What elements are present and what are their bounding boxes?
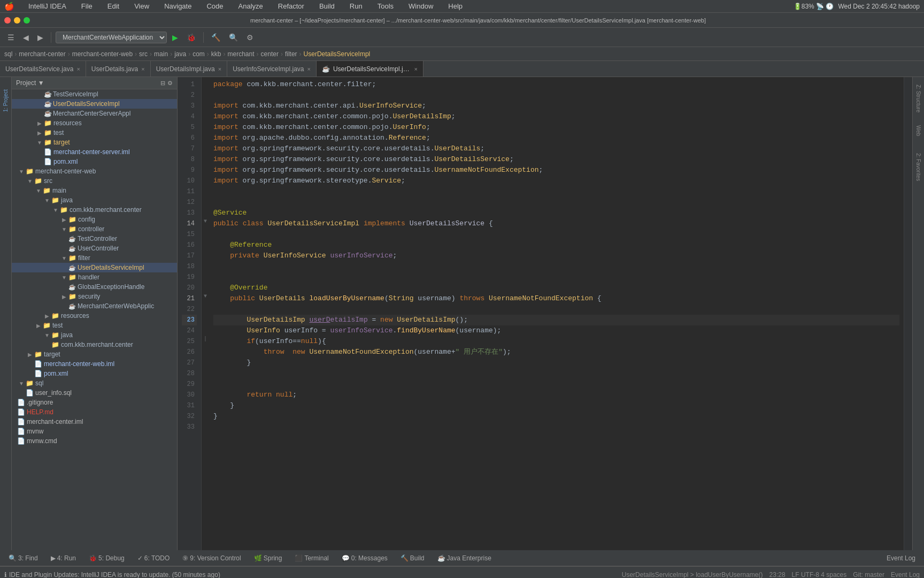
search-everywhere[interactable]: 🔍: [226, 32, 241, 43]
tab-userdetailsservice[interactable]: UserDetailsService.java ×: [0, 61, 86, 77]
status-notification[interactable]: ℹ IDE and Plugin Updates: IntelliJ IDEA …: [4, 571, 220, 579]
tree-item-sql[interactable]: ▼ 📁 sql: [12, 378, 177, 388]
tree-item-globalexception[interactable]: ☕ GlobalExceptionHandle: [12, 282, 177, 292]
tree-item-com-kkb[interactable]: ▼ 📁 com.kkb.merchant.center: [12, 205, 177, 215]
tree-item-testserviceimpl[interactable]: ☕ TestServiceImpl: [12, 89, 177, 99]
tree-item-test-1[interactable]: ▶ 📁 test: [12, 128, 177, 138]
tab-close-userdetailsservice[interactable]: ×: [76, 66, 80, 72]
apple-menu[interactable]: 🍎: [4, 2, 14, 11]
tree-item-resources-web[interactable]: ▶ 📁 resources: [12, 311, 177, 321]
runbar-find[interactable]: 🔍 3: Find: [4, 553, 42, 563]
panel-icon-project[interactable]: 1: Project: [0, 79, 12, 122]
tab-close-userdetails[interactable]: ×: [141, 66, 144, 72]
tree-item-src[interactable]: ▼ 📁 src: [12, 176, 177, 186]
tree-item-center-iml[interactable]: 📄 merchant-center.iml: [12, 417, 177, 427]
breadcrumb-java[interactable]: java: [174, 50, 186, 58]
tree-item-mvnwcmd[interactable]: 📄 mvnw.cmd: [12, 436, 177, 446]
tree-settings-btn[interactable]: ⚙: [167, 80, 173, 87]
menu-tools[interactable]: Tools: [374, 1, 397, 11]
tree-item-userdetailsserviceimpl[interactable]: ☕ UserDetailsServiceImpl: [12, 263, 177, 272]
runbar-terminal[interactable]: ⬛ Terminal: [290, 553, 333, 563]
build-button[interactable]: 🔨: [208, 32, 224, 43]
event-log-tab[interactable]: Event Log: [882, 553, 920, 563]
tree-item-resources-1[interactable]: ▶ 📁 resources: [12, 118, 177, 128]
tab-userdetailsserviceimpl[interactable]: ☕ UserDetailsServiceImpl.java ×: [317, 61, 424, 77]
fold-marker-21[interactable]: ▼: [202, 291, 209, 302]
breadcrumb-com[interactable]: com: [192, 50, 205, 58]
breadcrumb-sql[interactable]: sql: [4, 50, 12, 58]
git-branch[interactable]: Git: master: [853, 571, 884, 579]
runbar-build[interactable]: 🔨 Build: [396, 553, 429, 563]
breadcrumb-impl[interactable]: UserDetailsServiceImpl: [304, 50, 371, 58]
breadcrumb-merchant[interactable]: merchant: [228, 50, 255, 58]
tree-item-usercontroller[interactable]: ☕ UserController: [12, 244, 177, 253]
tree-item-java-test[interactable]: ▼ 📁 java: [12, 330, 177, 340]
tree-item-com-kkb-test[interactable]: 📁 com.kkb.merchant.center: [12, 340, 177, 349]
menu-intellij[interactable]: IntelliJ IDEA: [25, 1, 70, 11]
tab-close-active[interactable]: ×: [414, 66, 418, 72]
tree-collapse-btn[interactable]: ⊟: [160, 80, 165, 87]
tab-close-userdetailsimpl[interactable]: ×: [218, 66, 221, 72]
breadcrumb-merchant-center[interactable]: merchant-center: [19, 50, 65, 58]
breadcrumb-status[interactable]: UserDetailsServiceImpl > loadUserByUsern…: [622, 571, 763, 579]
tab-userdetailsimpl[interactable]: UserDetailsImpl.java ×: [151, 61, 227, 77]
tree-item-merchantcenterwebapplic[interactable]: ☕ MerchantCenterWebApplic: [12, 301, 177, 311]
tree-item-merchant-center-web[interactable]: ▼ 📁 merchant-center-web: [12, 166, 177, 176]
breadcrumb-center[interactable]: center: [261, 50, 279, 58]
menu-navigate[interactable]: Navigate: [161, 1, 195, 11]
tree-item-mvnw[interactable]: 📄 mvnw: [12, 427, 177, 436]
menu-code[interactable]: Code: [203, 1, 226, 11]
menu-build[interactable]: Build: [316, 1, 338, 11]
menu-window[interactable]: Window: [405, 1, 436, 11]
code-content[interactable]: package com.kkb.merchant.center.filter; …: [209, 77, 904, 550]
tree-item-controller[interactable]: ▼ 📁 controller: [12, 224, 177, 234]
runbar-run[interactable]: ▶ 4: Run: [47, 553, 80, 563]
run-config-dropdown[interactable]: MerchantCenterWebApplication: [56, 32, 167, 43]
runbar-debug[interactable]: 🐞 5: Debug: [84, 553, 129, 563]
tree-item-gitignore[interactable]: 📄 .gitignore: [12, 398, 177, 407]
menu-view[interactable]: View: [131, 1, 152, 11]
menu-file[interactable]: File: [78, 1, 96, 11]
tree-item-handler[interactable]: ▼ 📁 handler: [12, 272, 177, 282]
settings-button[interactable]: ⚙: [243, 32, 257, 43]
event-log-status[interactable]: Event Log: [891, 571, 920, 579]
breadcrumb-web[interactable]: merchant-center-web: [72, 50, 133, 58]
tree-item-java[interactable]: ▼ 📁 java: [12, 195, 177, 205]
tree-item-main[interactable]: ▼ 📁 main: [12, 186, 177, 195]
tree-item-target-1[interactable]: ▼ 📁 target: [12, 138, 177, 147]
close-button[interactable]: [4, 17, 11, 24]
tree-item-filter[interactable]: ▼ 📁 filter: [12, 253, 177, 263]
menu-edit[interactable]: Edit: [104, 1, 122, 11]
menu-run[interactable]: Run: [346, 1, 366, 11]
breadcrumb-filter[interactable]: filter: [285, 50, 297, 58]
runbar-spring[interactable]: 🌿 Spring: [250, 553, 287, 563]
tree-item-merchantcenterserverappl[interactable]: ☕ MerchantCenterServerAppl: [12, 109, 177, 118]
panel-label-web[interactable]: Web: [915, 120, 921, 141]
tree-item-web-iml[interactable]: 📄 merchant-center-web.iml: [12, 359, 177, 369]
runbar-vcs[interactable]: ⑨ 9: Version Control: [178, 553, 245, 563]
tree-item-helpmd[interactable]: 📄 HELP.md: [12, 407, 177, 417]
tree-item-security[interactable]: ▶ 📁 security: [12, 292, 177, 301]
tab-close-userinfoserviceimpl[interactable]: ×: [307, 66, 311, 72]
minimize-button[interactable]: [14, 17, 20, 24]
debug-button[interactable]: 🐞: [183, 32, 199, 43]
encoding-status[interactable]: LF UTF-8 4 spaces: [792, 571, 847, 579]
tab-userdetails[interactable]: UserDetails.java ×: [86, 61, 151, 77]
tab-userinfoserviceimpl[interactable]: UserInfoServiceImpl.java ×: [227, 61, 317, 77]
runbar-java-enterprise[interactable]: ☕ Java Enterprise: [433, 553, 496, 563]
tree-item-user-info-sql[interactable]: 📄 user_info.sql: [12, 388, 177, 398]
panel-label-structure[interactable]: Z: Structure: [915, 77, 921, 120]
breadcrumb-main[interactable]: main: [154, 50, 168, 58]
maximize-button[interactable]: [24, 17, 30, 24]
breadcrumb-src[interactable]: src: [139, 50, 148, 58]
fold-marker-14[interactable]: ▼: [202, 216, 209, 227]
breadcrumb-kkb[interactable]: kkb: [211, 50, 221, 58]
nav-back[interactable]: ◀: [20, 32, 32, 43]
runbar-messages[interactable]: 💬 0: Messages: [337, 553, 392, 563]
tree-item-userdetailsserviceimpl-top[interactable]: ☕ UserDetailsServiceImpl: [12, 99, 177, 109]
tree-item-pom-1[interactable]: 📄 pom.xml: [12, 157, 177, 166]
tree-item-testcontroller[interactable]: ☕ TestController: [12, 234, 177, 244]
menu-analyze[interactable]: Analyze: [235, 1, 266, 11]
menu-help[interactable]: Help: [445, 1, 466, 11]
tree-item-target-web[interactable]: ▶ 📁 target: [12, 349, 177, 359]
